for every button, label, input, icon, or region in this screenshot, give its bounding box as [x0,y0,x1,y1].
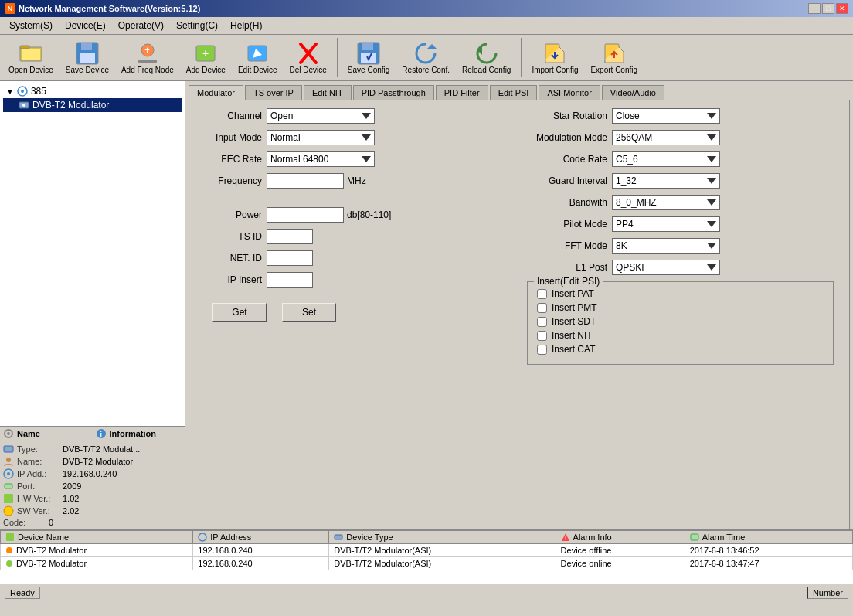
insert-nit-label: Insert NIT [552,330,593,341]
svg-rect-13 [362,43,373,50]
l1-post-select[interactable]: QPSKI QPSKNI 16QAM 64QAM [612,260,720,275]
power-label: Power [197,209,267,220]
reload-config-icon [474,41,499,66]
menu-setting[interactable]: Setting(C) [170,19,224,32]
insert-pat-row: Insert PAT [537,288,824,299]
save-config-button[interactable]: Save Config [344,39,393,77]
edit-device-icon [245,41,270,66]
tab-bar: Modulator TS over IP Edit NIT PID Passth… [185,81,853,100]
tab-ts-over-ip[interactable]: TS over IP [245,85,302,100]
row2-alarm: Device online [556,557,685,570]
minimize-button[interactable]: ─ [808,3,821,14]
export-config-button[interactable]: Export Config [586,39,641,77]
frequency-row: Frequency 786.000 MHz [197,173,511,189]
menu-device[interactable]: Device(E) [59,19,112,32]
tab-video-audio[interactable]: Video/Audio [602,85,664,100]
svg-text:i: i [100,431,102,438]
ts-id-input[interactable]: 0 [267,229,313,244]
fec-rate-select[interactable]: Normal 64800 Short 16200 [267,151,375,167]
power-input[interactable]: 110.0 [267,207,344,223]
set-button[interactable]: Set [282,303,336,322]
channel-row: Channel Open Close [197,108,511,124]
frequency-input[interactable]: 786.000 [267,173,344,189]
info-row-hwver: HW Ver.: 1.02 [2,492,183,505]
tab-edit-psi[interactable]: Edit PSI [490,85,538,100]
insert-sdt-checkbox[interactable] [537,317,547,327]
net-id-label: NET. ID [197,253,267,264]
svg-point-24 [7,432,10,435]
menu-operate[interactable]: Operate(V) [112,19,170,32]
open-device-icon [19,41,43,66]
reload-config-button[interactable]: Reload Config [458,39,515,77]
svg-rect-5 [80,53,95,63]
l1-post-row: L1 Post QPSKI QPSKNI 16QAM 64QAM [527,260,841,275]
col-device-type: Device Type [329,531,556,544]
add-device-button[interactable]: + Add Device [182,39,229,77]
insert-cat-checkbox[interactable] [537,345,547,355]
tree-root[interactable]: ▼ 385 [3,84,182,98]
add-freq-node-button[interactable]: + Add Freq Node [117,39,178,77]
save-device-button[interactable]: Save Device [62,39,113,77]
modulation-mode-select[interactable]: 256QAM 64QAM 16QAM QPSK [612,130,720,145]
menu-system[interactable]: System(S) [3,19,59,32]
row2-status-icon [5,560,13,567]
power-row: Power 110.0 db[80-110] [197,207,511,223]
svg-point-33 [4,506,13,516]
channel-select[interactable]: Open Close [267,108,375,124]
insert-pmt-checkbox[interactable] [537,303,547,313]
left-panel: ▼ 385 DVB-T2 Modulator Name i Informatio… [0,81,185,529]
ip-insert-input[interactable]: 2010 [267,272,313,288]
alarm-table: Device Name IP Address Device Type [0,529,853,584]
menu-help[interactable]: Help(H) [224,19,268,32]
star-rotation-row: Star Rotation Close Open [527,108,841,124]
import-config-button[interactable]: Import Config [528,39,582,77]
info-row-code: Code: 0 [2,517,183,528]
fft-mode-select[interactable]: 8K 4K 2K 1K 16K 32K [612,238,720,254]
add-device-icon: + [193,41,218,66]
tree-root-label: 385 [31,86,46,97]
fec-rate-label: FEC Rate [197,154,267,165]
del-device-button[interactable]: Del Device [286,39,331,77]
guard-interval-select[interactable]: 1_32 1_16 1_8 1_4 [612,173,720,189]
code-rate-row: Code Rate C5_6 C1_2 C2_3 C3_4 [527,151,841,167]
toolbar: Open Device Save Device + Add Freq Node … [0,35,853,81]
modulator-tab-content: Channel Open Close Input Mode Normal Loo… [189,100,850,529]
svg-rect-4 [81,43,92,50]
tab-pid-filter[interactable]: PID Filter [436,85,488,100]
bandwith-select[interactable]: 8_0_MHZ 7_0_MHZ 6_0_MHZ [612,195,720,210]
insert-cat-label: Insert CAT [552,344,595,355]
star-rotation-select[interactable]: Close Open [612,108,720,124]
net-id-input[interactable]: 0 [267,250,313,266]
svg-rect-27 [4,446,13,452]
edit-device-button[interactable]: Edit Device [234,39,281,77]
input-mode-select[interactable]: Normal Loop ASI [267,130,375,145]
pilot-mode-select[interactable]: PP4 PP1 PP2 PP3 PP5 PP6 PP7 PP8 [612,216,720,232]
svg-rect-36 [335,535,342,539]
name-icon [3,456,14,467]
toolbar-divider-1 [337,38,338,77]
add-freq-label: Add Freq Node [121,66,174,74]
tab-modulator[interactable]: Modulator [189,85,243,100]
close-button[interactable]: ✕ [836,3,848,14]
insert-pat-checkbox[interactable] [537,289,547,299]
fft-mode-row: FFT Mode 8K 4K 2K 1K 16K 32K [527,238,841,254]
svg-rect-31 [5,484,12,488]
tab-edit-nit[interactable]: Edit NIT [304,85,352,100]
tab-pid-passthrough[interactable]: PID Passthrough [353,85,434,100]
maximize-button[interactable]: □ [822,3,834,14]
reload-config-label: Reload Config [462,66,511,74]
code-rate-select[interactable]: C5_6 C1_2 C2_3 C3_4 [612,151,720,167]
restore-conf-button[interactable]: Restore Conf. [398,39,454,77]
tree-device[interactable]: DVB-T2 Modulator [3,98,182,112]
col-alarm-info: ! Alarm Info [556,531,685,544]
tab-asi-monitor[interactable]: ASI Monitor [539,85,600,100]
svg-point-22 [22,104,25,107]
import-config-icon [542,41,567,66]
pilot-mode-label: Pilot Mode [527,219,612,230]
device-type-col-icon [334,533,343,542]
get-button[interactable]: Get [212,303,267,322]
open-device-button[interactable]: Open Device [5,39,57,77]
insert-nit-checkbox[interactable] [537,331,547,341]
tree-device-label: DVB-T2 Modulator [32,100,109,111]
open-device-label: Open Device [8,66,53,74]
